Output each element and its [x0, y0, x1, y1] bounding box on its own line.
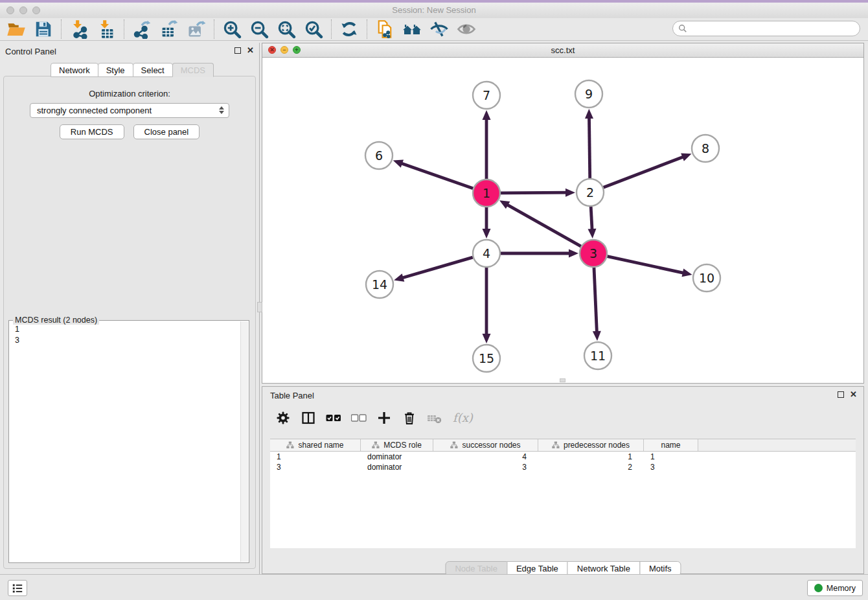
- graph-node-label: 8: [702, 141, 709, 156]
- mcds-tab-content: Optimization criterion: strongly connect…: [3, 76, 256, 569]
- mcds-result-text[interactable]: 1 3: [15, 324, 240, 561]
- column-header-filler: [698, 439, 856, 451]
- network-minimize-button[interactable]: −: [280, 46, 288, 54]
- titlebar[interactable]: Session: New Session: [0, 3, 868, 18]
- tab-network[interactable]: Network: [51, 63, 98, 77]
- graph-node-label: 6: [375, 148, 383, 163]
- network-graph[interactable]: 1234678910111415: [262, 58, 863, 383]
- zoom-out-icon[interactable]: [246, 18, 273, 40]
- delete-table-icon[interactable]: [427, 410, 442, 426]
- duplicate-network-icon[interactable]: [371, 18, 398, 40]
- graph-edge[interactable]: [591, 207, 592, 231]
- result-scrollbar[interactable]: [240, 321, 248, 562]
- close-panel-icon[interactable]: ✕: [247, 47, 254, 54]
- table-cell[interactable]: 1: [644, 452, 698, 461]
- control-panel: Control Panel ✕ Network Style Select MCD…: [0, 43, 260, 574]
- search-input[interactable]: [691, 24, 854, 33]
- table-panel-title: Table Panel: [270, 391, 314, 400]
- export-network-icon[interactable]: [128, 18, 155, 40]
- close-panel-button[interactable]: Close panel: [133, 124, 200, 139]
- network-view-window: ✕ − + scc.txt 1234678910111415: [262, 43, 864, 384]
- table-cell[interactable]: 3: [270, 463, 361, 472]
- table-cell[interactable]: 1: [538, 452, 644, 461]
- table-cell[interactable]: 3: [433, 463, 538, 472]
- window-title: Session: New Session: [0, 3, 868, 18]
- export-image-icon[interactable]: [183, 18, 210, 40]
- network-resize-grip[interactable]: [560, 378, 565, 382]
- graph-edge-arrowhead: [483, 229, 491, 238]
- zoom-fit-icon[interactable]: [273, 18, 300, 40]
- tab-mcds[interactable]: MCDS: [172, 63, 214, 77]
- graph-edge[interactable]: [501, 192, 567, 193]
- preview-icon[interactable]: [453, 18, 480, 40]
- table-cell[interactable]: 1: [270, 452, 361, 461]
- graph-edge[interactable]: [589, 117, 589, 178]
- graph-edge[interactable]: [607, 257, 684, 273]
- float-panel-icon[interactable]: [234, 47, 241, 54]
- table-header-row: shared nameMCDS rolesuccessor nodesprede…: [270, 439, 856, 452]
- maximize-window-button[interactable]: [32, 6, 40, 14]
- apply-layout-icon[interactable]: [336, 18, 363, 40]
- graph-edge[interactable]: [402, 257, 473, 278]
- function-builder-icon[interactable]: f(x): [452, 410, 477, 426]
- network-window-titlebar[interactable]: ✕ − + scc.txt: [262, 43, 863, 58]
- panel-splitter-grip[interactable]: [257, 302, 262, 312]
- column-header-predecessor-nodes[interactable]: predecessor nodes: [538, 439, 644, 451]
- graph-edge[interactable]: [506, 204, 580, 246]
- graph-edge-arrowhead: [483, 110, 491, 120]
- column-header-successor-nodes[interactable]: successor nodes: [433, 439, 538, 451]
- split-view-icon[interactable]: [301, 410, 316, 426]
- open-session-icon[interactable]: [3, 18, 30, 40]
- export-table-icon[interactable]: [155, 18, 183, 40]
- table-cell[interactable]: 3: [644, 463, 698, 472]
- delete-column-icon[interactable]: [402, 410, 417, 426]
- network-canvas[interactable]: 1234678910111415: [262, 58, 863, 383]
- graph-edge-arrowhead: [585, 109, 593, 119]
- select-all-checkboxes-icon[interactable]: [326, 410, 341, 426]
- table-body: 1dominator4113dominator323: [270, 452, 856, 472]
- graph-edge[interactable]: [604, 156, 685, 187]
- graph-edge[interactable]: [594, 268, 597, 333]
- criterion-select[interactable]: strongly connected component: [30, 103, 229, 118]
- table-float-panel-icon[interactable]: [838, 391, 844, 398]
- table-cell[interactable]: 4: [433, 452, 538, 461]
- run-mcds-button[interactable]: Run MCDS: [60, 124, 124, 139]
- import-table-icon[interactable]: [93, 18, 120, 40]
- network-close-button[interactable]: ✕: [268, 46, 276, 54]
- table-cell[interactable]: 2: [538, 463, 644, 472]
- import-network-icon[interactable]: [65, 18, 93, 40]
- table-row[interactable]: 3dominator323: [270, 462, 856, 472]
- add-column-icon[interactable]: [376, 410, 392, 426]
- graph-edge[interactable]: [400, 163, 473, 189]
- optimization-criterion-label: Optimization criterion:: [4, 89, 255, 98]
- graph-edge-arrowhead: [681, 269, 692, 277]
- table-close-panel-icon[interactable]: ✕: [850, 391, 857, 398]
- close-window-button[interactable]: [6, 6, 14, 14]
- column-header-name[interactable]: name: [644, 439, 698, 451]
- deselect-all-checkboxes-icon[interactable]: [351, 410, 367, 426]
- node-table: shared nameMCDS rolesuccessor nodesprede…: [270, 439, 856, 548]
- minimize-window-button[interactable]: [19, 6, 27, 14]
- column-tree-icon: [450, 441, 458, 449]
- table-row[interactable]: 1dominator411: [270, 452, 856, 462]
- graph-edge-arrowhead: [565, 189, 575, 197]
- zoom-in-icon[interactable]: [218, 18, 246, 40]
- save-session-icon[interactable]: [30, 18, 57, 40]
- network-window-controls: ✕ − +: [268, 46, 301, 54]
- task-history-button[interactable]: [8, 580, 27, 596]
- tab-select[interactable]: Select: [133, 63, 173, 77]
- tab-style[interactable]: Style: [98, 63, 133, 77]
- table-cell[interactable]: dominator: [361, 463, 433, 472]
- zoom-selected-icon[interactable]: [300, 18, 327, 40]
- hide-style-icon[interactable]: [426, 18, 453, 40]
- search-box[interactable]: [672, 21, 860, 36]
- settings-icon[interactable]: [275, 410, 291, 426]
- column-header-MCDS-role[interactable]: MCDS role: [361, 439, 433, 451]
- column-header-shared-name[interactable]: shared name: [270, 439, 361, 451]
- graph-node-label: 10: [699, 271, 714, 285]
- table-cell[interactable]: dominator: [361, 452, 433, 461]
- memory-button[interactable]: Memory: [807, 580, 863, 596]
- svg-text:f(x): f(x): [453, 411, 474, 424]
- network-maximize-button[interactable]: +: [293, 46, 301, 54]
- home-icon[interactable]: [398, 18, 426, 40]
